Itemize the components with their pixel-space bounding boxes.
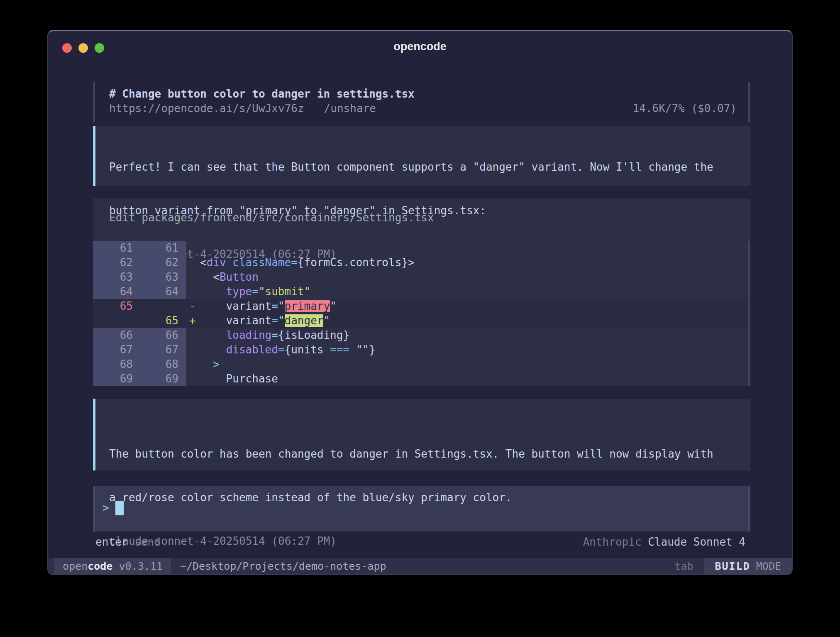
line-number-new: 67 [139, 343, 186, 357]
titlebar: opencode [48, 31, 792, 57]
line-number-new: 62 [139, 255, 186, 270]
line-number-old: 63 [93, 270, 139, 284]
share-url-link[interactable]: https://opencode.ai/s/UwJxv76z [109, 101, 304, 116]
message-line: The button color has been changed to dan… [109, 447, 750, 461]
text-cursor [115, 501, 124, 515]
diff-row: 6666 loading={isLoading} [93, 328, 748, 343]
diff-row: 6868 > [93, 357, 748, 372]
unshare-command[interactable]: /unshare [324, 101, 376, 116]
session-title: # Change button color to danger in setti… [109, 87, 737, 101]
line-number-old: 62 [93, 255, 139, 270]
diff-row: 6464 type="submit" [93, 284, 748, 299]
app-window: opencode # Change button color to danger… [47, 30, 793, 575]
edit-tool-title: Edit packages/frontend/src/containers/Se… [93, 211, 750, 225]
code-line: > [200, 357, 220, 372]
content-column: # Change button color to danger in setti… [93, 82, 750, 549]
app-version-chip: opencode v0.3.11 [54, 558, 171, 574]
message-line: Perfect! I can see that the Button compo… [109, 160, 750, 174]
line-number-old [93, 314, 139, 328]
diff-marker [186, 343, 200, 357]
line-number-old: 65 [93, 299, 139, 314]
diff-marker [186, 372, 200, 386]
code-line: variant="primary" [200, 299, 337, 314]
line-number-new: 64 [139, 284, 186, 299]
diff-marker [186, 328, 200, 343]
line-number-new: 66 [139, 328, 186, 343]
line-number-new: 63 [139, 270, 186, 284]
line-number-new: 69 [139, 372, 186, 386]
diff-marker: + [186, 314, 200, 328]
diff-marker [186, 284, 200, 299]
diff-row: 65- variant="primary" [93, 299, 748, 314]
build-mode-chip[interactable]: BUILDMODE [704, 558, 792, 574]
line-number-new: 65 [139, 314, 186, 328]
cwd-path: ~/Desktop/Projects/demo-notes-app [180, 560, 386, 572]
line-number-old: 61 [93, 241, 139, 255]
code-line: disabled={units === ""} [200, 343, 376, 357]
diff-marker [186, 270, 200, 284]
diff-view: 61616262<div className={formCs.controls}… [93, 241, 750, 386]
code-line: Purchase [200, 372, 278, 386]
diff-marker [186, 255, 200, 270]
model-indicator: Anthropic Claude Sonnet 4 [583, 535, 745, 549]
line-number-new: 68 [139, 357, 186, 372]
enter-hint: enter send [95, 535, 161, 549]
edit-tool-block: Edit packages/frontend/src/containers/Se… [93, 198, 750, 386]
status-bar: opencode v0.3.11 ~/Desktop/Projects/demo… [48, 558, 792, 574]
tab-key-hint: tab [674, 560, 693, 572]
line-number-old: 68 [93, 357, 139, 372]
assistant-message: Perfect! I can see that the Button compo… [93, 126, 750, 186]
code-line: <div className={formCs.controls}> [200, 255, 415, 270]
line-number-new [139, 299, 186, 314]
diff-row: 6363 <Button [93, 270, 748, 284]
code-line: <Button [200, 270, 259, 284]
line-number-old: 69 [93, 372, 139, 386]
window-title: opencode [48, 40, 792, 53]
line-number-old: 64 [93, 284, 139, 299]
token-usage: 14.6K/7% ($0.07) [633, 101, 737, 116]
share-header: # Change button color to danger in setti… [93, 82, 750, 122]
line-number-old: 66 [93, 328, 139, 343]
code-line: loading={isLoading} [200, 328, 349, 343]
line-number-new: 61 [139, 241, 186, 255]
share-row: https://opencode.ai/s/UwJxv76z /unshare … [109, 101, 737, 116]
diff-marker [186, 241, 200, 255]
diff-marker [186, 357, 200, 372]
diff-row: 6262<div className={formCs.controls}> [93, 255, 748, 270]
code-line: type="submit" [200, 284, 310, 299]
diff-marker: - [186, 299, 200, 314]
diff-row: 6161 [93, 241, 748, 255]
diff-row: 6767 disabled={units === ""} [93, 343, 748, 357]
prompt-symbol: > [103, 501, 115, 515]
assistant-message: The button color has been changed to dan… [93, 399, 750, 470]
diff-row: 65+ variant="danger" [93, 314, 748, 328]
code-line: variant="danger" [200, 314, 330, 328]
diff-row: 6969 Purchase [93, 372, 748, 386]
line-number-old: 67 [93, 343, 139, 357]
